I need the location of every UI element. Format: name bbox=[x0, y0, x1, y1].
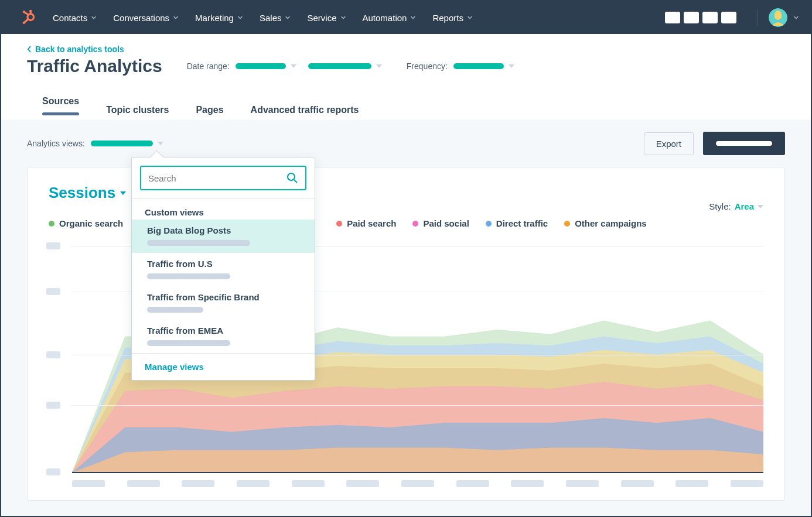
nav-items: ContactsConversationsMarketingSalesServi… bbox=[53, 13, 473, 23]
popover-search[interactable] bbox=[140, 166, 306, 190]
page-header: Back to analytics tools Traffic Analytic… bbox=[1, 34, 811, 122]
nav-item-label: Sales bbox=[260, 13, 282, 23]
legend-item[interactable]: Paid social bbox=[412, 218, 469, 228]
tab-advanced-traffic-reports[interactable]: Advanced traffic reports bbox=[251, 105, 359, 122]
popover-list: Big Data Blog PostsTraffic from U.STraff… bbox=[132, 220, 315, 353]
primary-action-button[interactable] bbox=[703, 132, 785, 155]
svg-line-10 bbox=[294, 180, 297, 183]
back-link[interactable]: Back to analytics tools bbox=[27, 44, 785, 54]
x-tick bbox=[621, 480, 654, 487]
nav-item-label: Marketing bbox=[195, 13, 234, 23]
x-tick bbox=[675, 480, 708, 487]
svg-point-9 bbox=[288, 173, 295, 180]
date-range-filter: Date range: bbox=[187, 61, 382, 71]
x-axis bbox=[72, 472, 763, 473]
chevron-down-icon bbox=[91, 15, 97, 20]
nav-item-automation[interactable]: Automation bbox=[363, 13, 417, 23]
chevron-down-icon bbox=[410, 15, 416, 20]
legend-label: Organic search bbox=[59, 218, 123, 228]
chart-style-dropdown[interactable]: Style: Area bbox=[709, 201, 763, 211]
x-tick bbox=[401, 480, 434, 487]
x-tick bbox=[72, 480, 105, 487]
hubspot-logo[interactable] bbox=[21, 10, 36, 25]
nav-utility-icon[interactable] bbox=[702, 12, 718, 23]
y-tick bbox=[46, 351, 60, 358]
x-tick bbox=[182, 480, 214, 487]
y-tick bbox=[46, 402, 60, 409]
x-axis-ticks bbox=[72, 480, 763, 487]
legend-label: Paid search bbox=[347, 218, 396, 228]
x-tick bbox=[292, 480, 325, 487]
tab-pages[interactable]: Pages bbox=[196, 105, 223, 122]
legend-item[interactable]: Organic search bbox=[49, 218, 123, 228]
legend-label: Direct traffic bbox=[496, 218, 548, 228]
export-button[interactable]: Export bbox=[644, 132, 694, 155]
nav-item-conversations[interactable]: Conversations bbox=[113, 13, 179, 23]
x-tick bbox=[346, 480, 379, 487]
nav-item-sales[interactable]: Sales bbox=[260, 13, 291, 23]
date-range-label: Date range: bbox=[187, 61, 230, 71]
y-tick bbox=[46, 468, 60, 475]
style-label: Style: bbox=[709, 201, 731, 211]
popover-item[interactable]: Traffic from Specific Brand bbox=[132, 286, 315, 320]
analytics-views-label: Analytics views: bbox=[27, 139, 85, 148]
chart-metric-label: Sessions bbox=[49, 184, 115, 202]
popover-item-subtitle bbox=[147, 273, 230, 279]
legend-label: Paid social bbox=[423, 218, 469, 228]
date-range-dropdown-1[interactable] bbox=[236, 63, 296, 69]
y-tick bbox=[46, 288, 60, 295]
grid-line bbox=[72, 405, 763, 406]
nav-utility-icon[interactable] bbox=[684, 12, 699, 23]
frequency-dropdown[interactable] bbox=[453, 63, 514, 69]
nav-item-label: Service bbox=[307, 13, 336, 23]
popover-item[interactable]: Big Data Blog Posts bbox=[132, 220, 315, 253]
frequency-filter: Frequency: bbox=[407, 61, 514, 71]
popover-item-subtitle bbox=[147, 240, 250, 246]
frequency-label: Frequency: bbox=[407, 61, 448, 71]
popover-item-title: Traffic from U.S bbox=[147, 259, 299, 269]
chevron-down-icon bbox=[173, 15, 179, 20]
manage-views-link[interactable]: Manage views bbox=[132, 354, 315, 380]
nav-item-reports[interactable]: Reports bbox=[432, 13, 473, 23]
tabs: SourcesTopic clustersPagesAdvanced traff… bbox=[27, 96, 785, 122]
popover-item[interactable]: Traffic from EMEA bbox=[132, 320, 315, 353]
popover-section-title: Custom views bbox=[132, 199, 315, 220]
x-tick bbox=[566, 480, 599, 487]
chevron-down-icon[interactable] bbox=[793, 15, 799, 20]
back-link-label: Back to analytics tools bbox=[35, 44, 124, 54]
analytics-views-dropdown[interactable] bbox=[91, 141, 163, 146]
svg-point-4 bbox=[23, 11, 25, 13]
legend-item[interactable]: Paid search bbox=[336, 218, 396, 228]
nav-item-label: Contacts bbox=[53, 13, 87, 23]
chevron-down-icon bbox=[237, 15, 243, 20]
chevron-down-icon bbox=[285, 15, 291, 20]
page-title: Traffic Analytics bbox=[27, 56, 162, 76]
y-tick bbox=[46, 242, 60, 249]
popover-item-title: Traffic from Specific Brand bbox=[147, 292, 299, 302]
nav-utility-icon[interactable] bbox=[665, 12, 680, 23]
popover-item[interactable]: Traffic from U.S bbox=[132, 253, 315, 286]
nav-item-marketing[interactable]: Marketing bbox=[195, 13, 243, 23]
search-input[interactable] bbox=[148, 173, 277, 183]
chevron-down-icon bbox=[467, 15, 473, 20]
nav-utility-icons bbox=[665, 12, 736, 23]
popover-item-title: Big Data Blog Posts bbox=[147, 225, 299, 235]
x-tick bbox=[127, 480, 160, 487]
nav-item-contacts[interactable]: Contacts bbox=[53, 13, 97, 23]
nav-item-label: Conversations bbox=[113, 13, 169, 23]
legend-item[interactable]: Other campaigns bbox=[564, 218, 647, 228]
x-tick bbox=[511, 480, 544, 487]
nav-item-label: Reports bbox=[432, 13, 463, 23]
date-range-dropdown-2[interactable] bbox=[308, 63, 382, 69]
top-nav: ContactsConversationsMarketingSalesServi… bbox=[1, 1, 811, 34]
tab-sources[interactable]: Sources bbox=[42, 96, 79, 122]
nav-item-service[interactable]: Service bbox=[307, 13, 346, 23]
tab-topic-clusters[interactable]: Topic clusters bbox=[106, 105, 169, 122]
user-avatar[interactable] bbox=[769, 8, 787, 27]
popover-item-title: Traffic from EMEA bbox=[147, 326, 299, 335]
nav-item-label: Automation bbox=[363, 13, 407, 23]
x-tick bbox=[456, 480, 489, 487]
x-tick bbox=[731, 480, 763, 487]
legend-item[interactable]: Direct traffic bbox=[486, 218, 548, 228]
nav-utility-icon[interactable] bbox=[721, 12, 736, 23]
